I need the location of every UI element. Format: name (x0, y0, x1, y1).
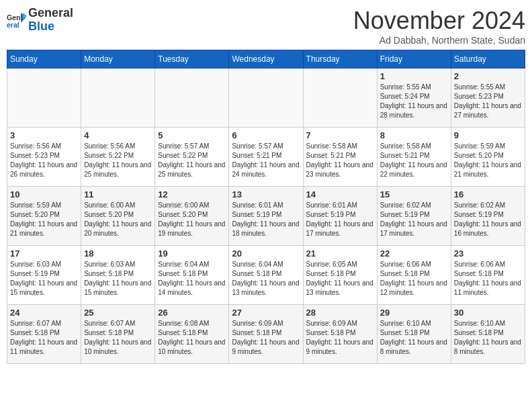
day-cell: 27Sunrise: 6:09 AM Sunset: 5:18 PM Dayli… (229, 305, 303, 364)
day-number: 27 (232, 308, 300, 318)
day-info: Sunrise: 5:56 AM Sunset: 5:23 PM Dayligh… (10, 142, 78, 179)
header-tuesday: Tuesday (155, 50, 229, 68)
logo-icon: Gen eral (7, 10, 27, 30)
day-info: Sunrise: 5:58 AM Sunset: 5:21 PM Dayligh… (306, 142, 374, 179)
day-cell: 2Sunrise: 5:55 AM Sunset: 5:23 PM Daylig… (451, 68, 525, 128)
day-number: 9 (454, 130, 522, 140)
calendar-table: Sunday Monday Tuesday Wednesday Thursday… (7, 50, 525, 364)
day-cell: 28Sunrise: 6:09 AM Sunset: 5:18 PM Dayli… (303, 305, 377, 364)
day-cell: 22Sunrise: 6:06 AM Sunset: 5:18 PM Dayli… (377, 246, 451, 305)
day-number: 2 (454, 71, 522, 81)
day-cell: 25Sunrise: 6:07 AM Sunset: 5:18 PM Dayli… (81, 305, 155, 364)
day-cell: 10Sunrise: 5:59 AM Sunset: 5:20 PM Dayli… (7, 187, 81, 246)
day-info: Sunrise: 5:58 AM Sunset: 5:21 PM Dayligh… (380, 142, 448, 179)
day-cell (81, 68, 155, 128)
day-number: 8 (380, 130, 448, 140)
day-number: 19 (158, 248, 226, 259)
day-cell: 29Sunrise: 6:10 AM Sunset: 5:18 PM Dayli… (377, 305, 451, 364)
day-cell: 1Sunrise: 5:55 AM Sunset: 5:24 PM Daylig… (377, 68, 451, 128)
day-cell: 17Sunrise: 6:03 AM Sunset: 5:19 PM Dayli… (7, 246, 81, 305)
day-cell: 8Sunrise: 5:58 AM Sunset: 5:21 PM Daylig… (377, 128, 451, 187)
day-info: Sunrise: 6:09 AM Sunset: 5:18 PM Dayligh… (306, 319, 374, 357)
day-cell: 4Sunrise: 5:56 AM Sunset: 5:22 PM Daylig… (81, 128, 155, 187)
day-cell: 19Sunrise: 6:04 AM Sunset: 5:18 PM Dayli… (155, 246, 229, 305)
day-info: Sunrise: 5:59 AM Sunset: 5:20 PM Dayligh… (10, 201, 78, 238)
day-info: Sunrise: 6:05 AM Sunset: 5:18 PM Dayligh… (306, 260, 374, 298)
location-subtitle: Ad Dabbah, Northern State, Sudan (353, 35, 525, 46)
day-number: 30 (454, 308, 522, 318)
day-cell: 5Sunrise: 5:57 AM Sunset: 5:22 PM Daylig… (155, 128, 229, 187)
day-cell: 6Sunrise: 5:57 AM Sunset: 5:21 PM Daylig… (229, 128, 303, 187)
calendar-header: Sunday Monday Tuesday Wednesday Thursday… (7, 50, 525, 68)
day-info: Sunrise: 6:10 AM Sunset: 5:18 PM Dayligh… (380, 319, 448, 357)
day-info: Sunrise: 5:55 AM Sunset: 5:24 PM Dayligh… (380, 83, 448, 120)
logo-text: General Blue (28, 7, 73, 34)
page-header: Gen eral General Blue November 2024 Ad D… (7, 7, 525, 46)
week-row-5: 24Sunrise: 6:07 AM Sunset: 5:18 PM Dayli… (7, 305, 525, 364)
day-info: Sunrise: 5:56 AM Sunset: 5:22 PM Dayligh… (84, 142, 152, 179)
day-cell (229, 68, 303, 128)
day-info: Sunrise: 5:57 AM Sunset: 5:22 PM Dayligh… (158, 142, 226, 179)
day-number: 14 (306, 189, 374, 199)
day-number: 3 (10, 130, 78, 140)
week-row-1: 1Sunrise: 5:55 AM Sunset: 5:24 PM Daylig… (7, 68, 525, 128)
day-info: Sunrise: 5:55 AM Sunset: 5:23 PM Dayligh… (454, 83, 522, 120)
day-number: 11 (84, 189, 152, 199)
day-number: 17 (10, 248, 78, 259)
day-number: 13 (232, 189, 300, 199)
day-info: Sunrise: 6:01 AM Sunset: 5:19 PM Dayligh… (232, 201, 300, 238)
day-number: 28 (306, 308, 374, 318)
svg-text:Gen: Gen (7, 13, 20, 21)
week-row-2: 3Sunrise: 5:56 AM Sunset: 5:23 PM Daylig… (7, 128, 525, 187)
day-info: Sunrise: 6:00 AM Sunset: 5:20 PM Dayligh… (84, 201, 152, 238)
day-cell: 15Sunrise: 6:02 AM Sunset: 5:19 PM Dayli… (377, 187, 451, 246)
svg-text:eral: eral (7, 21, 19, 29)
week-row-4: 17Sunrise: 6:03 AM Sunset: 5:19 PM Dayli… (7, 246, 525, 305)
day-cell: 12Sunrise: 6:00 AM Sunset: 5:20 PM Dayli… (155, 187, 229, 246)
logo: Gen eral General Blue (7, 7, 73, 34)
day-number: 4 (84, 130, 152, 140)
day-number: 18 (84, 248, 152, 259)
day-number: 6 (232, 130, 300, 140)
day-cell: 20Sunrise: 6:04 AM Sunset: 5:18 PM Dayli… (229, 246, 303, 305)
day-info: Sunrise: 6:01 AM Sunset: 5:19 PM Dayligh… (306, 201, 374, 238)
day-cell: 26Sunrise: 6:08 AM Sunset: 5:18 PM Dayli… (155, 305, 229, 364)
day-number: 5 (158, 130, 226, 140)
week-row-3: 10Sunrise: 5:59 AM Sunset: 5:20 PM Dayli… (7, 187, 525, 246)
day-cell: 11Sunrise: 6:00 AM Sunset: 5:20 PM Dayli… (81, 187, 155, 246)
day-info: Sunrise: 5:57 AM Sunset: 5:21 PM Dayligh… (232, 142, 300, 179)
header-friday: Friday (377, 50, 451, 68)
day-cell: 7Sunrise: 5:58 AM Sunset: 5:21 PM Daylig… (303, 128, 377, 187)
day-number: 22 (380, 248, 448, 259)
day-cell: 13Sunrise: 6:01 AM Sunset: 5:19 PM Dayli… (229, 187, 303, 246)
day-cell: 21Sunrise: 6:05 AM Sunset: 5:18 PM Dayli… (303, 246, 377, 305)
day-info: Sunrise: 5:59 AM Sunset: 5:20 PM Dayligh… (454, 142, 522, 179)
day-cell: 24Sunrise: 6:07 AM Sunset: 5:18 PM Dayli… (7, 305, 81, 364)
day-number: 7 (306, 130, 374, 140)
day-info: Sunrise: 6:07 AM Sunset: 5:18 PM Dayligh… (84, 319, 152, 357)
day-number: 23 (454, 248, 522, 259)
day-cell: 3Sunrise: 5:56 AM Sunset: 5:23 PM Daylig… (7, 128, 81, 187)
day-info: Sunrise: 6:09 AM Sunset: 5:18 PM Dayligh… (232, 319, 300, 357)
day-number: 12 (158, 189, 226, 199)
day-cell: 16Sunrise: 6:02 AM Sunset: 5:19 PM Dayli… (451, 187, 525, 246)
day-number: 20 (232, 248, 300, 259)
day-info: Sunrise: 6:02 AM Sunset: 5:19 PM Dayligh… (454, 201, 522, 238)
day-info: Sunrise: 6:03 AM Sunset: 5:18 PM Dayligh… (84, 260, 152, 298)
day-cell: 18Sunrise: 6:03 AM Sunset: 5:18 PM Dayli… (81, 246, 155, 305)
header-sunday: Sunday (7, 50, 81, 68)
day-cell: 23Sunrise: 6:06 AM Sunset: 5:18 PM Dayli… (451, 246, 525, 305)
header-row: Sunday Monday Tuesday Wednesday Thursday… (7, 50, 525, 68)
day-info: Sunrise: 6:00 AM Sunset: 5:20 PM Dayligh… (158, 201, 226, 238)
day-info: Sunrise: 6:08 AM Sunset: 5:18 PM Dayligh… (158, 319, 226, 357)
day-number: 25 (84, 308, 152, 318)
day-cell (303, 68, 377, 128)
day-info: Sunrise: 6:06 AM Sunset: 5:18 PM Dayligh… (454, 260, 522, 298)
day-cell: 14Sunrise: 6:01 AM Sunset: 5:19 PM Dayli… (303, 187, 377, 246)
day-info: Sunrise: 6:02 AM Sunset: 5:19 PM Dayligh… (380, 201, 448, 238)
day-info: Sunrise: 6:03 AM Sunset: 5:19 PM Dayligh… (10, 260, 78, 298)
day-number: 26 (158, 308, 226, 318)
day-number: 16 (454, 189, 522, 199)
header-wednesday: Wednesday (229, 50, 303, 68)
day-number: 1 (380, 71, 448, 81)
